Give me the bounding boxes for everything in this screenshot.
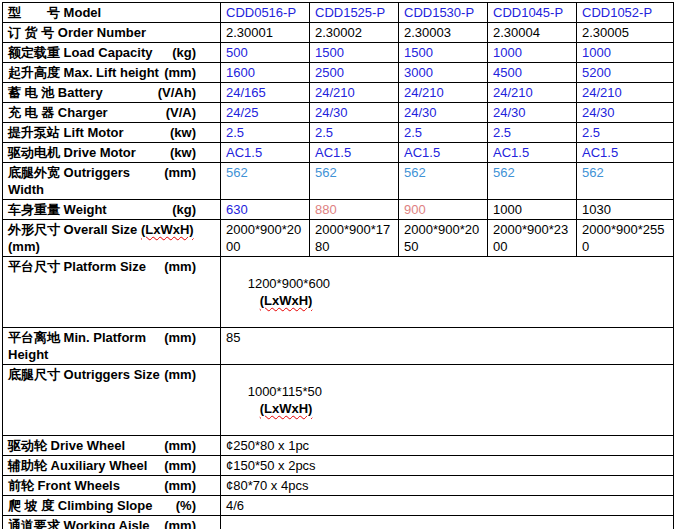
label-text: 订 货 号 Order Number xyxy=(8,25,146,40)
unit-text: (mm) xyxy=(164,437,216,454)
row-outriggers-size: 底腿尺寸 Outriggers Size(mm) 1000*115*50 (Lx… xyxy=(3,365,674,436)
row-overall-size-label: 外形尺寸 Overall Size (LxWxH) (mm) xyxy=(3,220,221,257)
unit-text: (mm) xyxy=(164,517,216,529)
cell-value: 880 xyxy=(315,202,337,217)
row-lift-motor: 提升泵站 Lift Motor(kw) 2.5 2.5 2.5 2.5 2.5 xyxy=(3,123,674,143)
row-working-aisle-label: 通道要求 Working Aisle(mm) xyxy=(3,516,221,529)
cell-value: 5200 xyxy=(582,65,611,80)
cell-value: AC1.5 xyxy=(226,145,262,160)
order-value: 2.30003 xyxy=(404,25,451,40)
cell-value: 24/210 xyxy=(315,85,355,100)
label-text: 额定载重 Load Capacity xyxy=(8,44,152,61)
row-order-label: 订 货 号 Order Number xyxy=(3,23,221,43)
cell-value: 2000*900*2050 xyxy=(404,222,479,254)
label-text: 平台尺寸 Platform Size xyxy=(8,258,146,275)
cell-value: 2.5 xyxy=(404,125,422,140)
cell-value: 1500 xyxy=(404,45,433,60)
model-value: CDD1052-P xyxy=(582,5,652,20)
cell-value: 4500 xyxy=(493,65,522,80)
cell-value: AC1.5 xyxy=(493,145,529,160)
cell-value: 3000 xyxy=(404,65,433,80)
row-lift-height: 起升高度 Max. Lift height(mm) 1600 2500 3000… xyxy=(3,63,674,83)
cell-value: 24/210 xyxy=(582,85,622,100)
lxwxh-mark: (LxWxH) xyxy=(141,222,194,237)
unit-text: (kw) xyxy=(170,124,216,141)
unit-text: (mm) xyxy=(8,239,40,254)
row-weight: 车身重量 Weight(kg) 630 880 900 1000 1030 xyxy=(3,200,674,220)
label-text: 起升高度 Max. Lift height xyxy=(8,64,159,81)
cell-value: 2000*900*2550 xyxy=(582,222,664,254)
row-platform-size-label: 平台尺寸 Platform Size(mm) xyxy=(3,257,221,328)
unit-text: (kg) xyxy=(172,44,216,61)
cell-value: 24/30 xyxy=(315,105,348,120)
label-text: 底腿尺寸 Outriggers Size xyxy=(8,366,160,383)
cell-value: 2500 xyxy=(315,65,344,80)
row-platform-size: 平台尺寸 Platform Size(mm) 1200*900*600 (LxW… xyxy=(3,257,674,328)
cell-value: 630 xyxy=(226,202,248,217)
cell-value: 85 xyxy=(226,330,240,345)
row-model: 型 号 Model CDD0516-P CDD1525-P CDD1530-P … xyxy=(3,3,674,23)
cell-value: 562 xyxy=(404,165,426,180)
unit-text: (mm) xyxy=(164,64,216,81)
label-text: 爬 坡 度 Climbing Slope xyxy=(8,497,152,514)
cell-value: 24/30 xyxy=(582,105,615,120)
cell-value: 500 xyxy=(226,45,248,60)
cell-value: 2.5 xyxy=(226,125,244,140)
row-load-capacity: 额定载重 Load Capacity(kg) 500 1500 1500 100… xyxy=(3,43,674,63)
row-drive-motor: 驱动电机 Drive Motor(kw) AC1.5 AC1.5 AC1.5 A… xyxy=(3,143,674,163)
row-drive-motor-label: 驱动电机 Drive Motor(kw) xyxy=(3,143,221,163)
unit-text: (%) xyxy=(176,497,216,514)
label-text: 型 号 Model xyxy=(8,5,101,20)
cell-value: 1000 xyxy=(493,45,522,60)
row-load-label: 额定载重 Load Capacity(kg) xyxy=(3,43,221,63)
label-text: 平台离地 Min. Platform Height xyxy=(8,329,164,363)
unit-text: (kw) xyxy=(170,144,216,161)
order-value: 2.30001 xyxy=(226,25,273,40)
label-text: 驱动电机 Drive Motor xyxy=(8,144,136,161)
label-text: 蓄 电 池 Battery xyxy=(8,84,103,101)
row-lift-height-label: 起升高度 Max. Lift height(mm) xyxy=(3,63,221,83)
label-text: 通道要求 Working Aisle xyxy=(8,517,150,529)
unit-text: (kg) xyxy=(172,201,216,218)
row-lift-motor-label: 提升泵站 Lift Motor(kw) xyxy=(3,123,221,143)
model-value: CDD1045-P xyxy=(493,5,563,20)
label-text: 提升泵站 Lift Motor xyxy=(8,124,124,141)
cell-value: 24/210 xyxy=(493,85,533,100)
model-value: CDD0516-P xyxy=(226,5,296,20)
cell-value: 1500 xyxy=(315,45,344,60)
cell-value: 1600 xyxy=(226,65,255,80)
cell-value: 24/30 xyxy=(404,105,437,120)
cell-value: 562 xyxy=(226,165,248,180)
row-min-platform-height: 平台离地 Min. Platform Height(mm) 85 xyxy=(3,328,674,365)
cell-value: 1200*900*600 xyxy=(248,276,330,291)
label-text: 前轮 Front Wheels xyxy=(8,477,120,494)
cell-value: AC1.5 xyxy=(582,145,618,160)
spec-table: 型 号 Model CDD0516-P CDD1525-P CDD1530-P … xyxy=(2,2,674,529)
row-min-platform-label: 平台离地 Min. Platform Height(mm) xyxy=(3,328,221,365)
cell-value: 2000*900*2000 xyxy=(226,222,301,254)
cell-value: 1030 xyxy=(582,202,611,217)
unit-text: (V/A) xyxy=(166,104,216,121)
cell-value: AC1.5 xyxy=(315,145,351,160)
label-text: 底腿外宽 Outriggers Width xyxy=(8,164,164,198)
label-text: 车身重量 Weight xyxy=(8,201,107,218)
order-value: 2.30002 xyxy=(315,25,362,40)
cell-value: 562 xyxy=(493,165,515,180)
row-auxiliary-wheel: 辅助轮 Auxiliary Wheel(mm) ¢150*50 x 2pcs xyxy=(3,456,674,476)
row-drive-wheel: 驱动轮 Drive Wheel(mm) ¢250*80 x 1pc xyxy=(3,436,674,456)
model-value: CDD1530-P xyxy=(404,5,474,20)
row-model-label: 型 号 Model xyxy=(3,3,221,23)
row-climbing-slope-label: 爬 坡 度 Climbing Slope(%) xyxy=(3,496,221,516)
label-text: 充 电 器 Charger xyxy=(8,104,108,121)
cell-value: 2000*900*1780 xyxy=(315,222,390,254)
cell-value: 24/210 xyxy=(404,85,444,100)
cell-value: 2.5 xyxy=(315,125,333,140)
label-text: 驱动轮 Drive Wheel xyxy=(8,437,125,454)
cell-value: AC1.5 xyxy=(404,145,440,160)
row-working-aisle: 通道要求 Working Aisle(mm) 2300 转弯 Turning; … xyxy=(3,516,674,529)
cell-value: 562 xyxy=(315,165,337,180)
cell-value: ¢150*50 x 2pcs xyxy=(226,458,316,473)
row-battery: 蓄 电 池 Battery(V/Ah) 24/165 24/210 24/210… xyxy=(3,83,674,103)
unit-text: (V/Ah) xyxy=(158,84,216,101)
row-battery-label: 蓄 电 池 Battery(V/Ah) xyxy=(3,83,221,103)
